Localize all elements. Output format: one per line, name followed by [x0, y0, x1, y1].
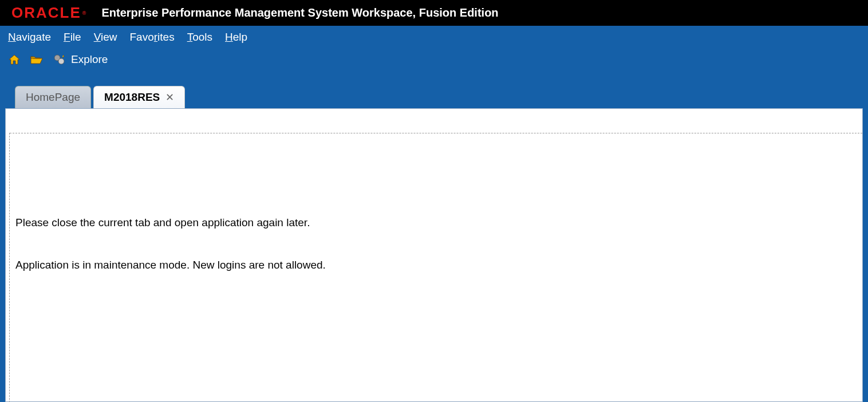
content-pane: Please close the current tab and open ap… [5, 108, 863, 402]
menu-view[interactable]: View [94, 31, 117, 44]
oracle-logo-text: ORACLE [11, 4, 81, 22]
tab-active-label: M2018RES [104, 91, 160, 104]
menu-file[interactable]: File [64, 31, 81, 44]
tab-homepage-label: HomePage [26, 91, 80, 104]
oracle-logo-dot: ® [82, 10, 88, 16]
tabs-region: HomePage M2018RES ✕ [0, 70, 868, 108]
menu-favorites[interactable]: Favorites [130, 31, 175, 44]
explore-icon [53, 54, 66, 65]
menu-tools[interactable]: Tools [187, 31, 212, 44]
home-button[interactable] [8, 54, 21, 65]
menu-help[interactable]: Help [225, 31, 247, 44]
tabs-row: HomePage M2018RES ✕ [15, 86, 868, 108]
explore-label: Explore [71, 53, 108, 66]
explore-button[interactable]: Explore [53, 53, 108, 66]
menu-navigate[interactable]: Navigate [8, 31, 51, 44]
message-line-1: Please close the current tab and open ap… [15, 216, 857, 229]
toolbar: Explore [0, 49, 868, 70]
oracle-logo: ORACLE® [11, 4, 87, 22]
home-icon [8, 54, 21, 65]
header-title: Enterprise Performance Management System… [101, 6, 498, 19]
message-area: Please close the current tab and open ap… [10, 216, 862, 271]
tab-close-icon[interactable]: ✕ [165, 91, 174, 104]
content-divider [10, 133, 862, 133]
header-bar: ORACLE® Enterprise Performance Managemen… [0, 0, 868, 26]
message-line-2: Application is in maintenance mode. New … [15, 259, 857, 271]
content-wrapper: Please close the current tab and open ap… [0, 108, 868, 402]
tab-active[interactable]: M2018RES ✕ [93, 86, 185, 108]
content-inner: Please close the current tab and open ap… [9, 133, 862, 402]
menu-bar: Navigate File View Favorites Tools Help [0, 26, 868, 49]
svg-point-1 [58, 58, 64, 64]
folder-open-icon [30, 54, 44, 65]
tab-homepage[interactable]: HomePage [15, 86, 91, 108]
open-button[interactable] [30, 54, 44, 65]
